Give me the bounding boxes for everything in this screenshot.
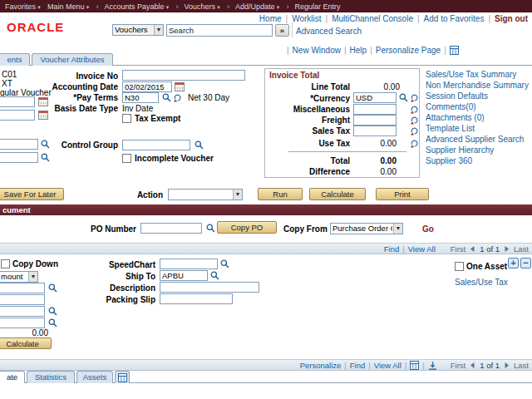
lookup-icon[interactable]: [210, 271, 220, 281]
copy-po-button[interactable]: Copy PO: [217, 221, 277, 234]
currency-input[interactable]: USD: [353, 92, 397, 103]
personalize-link[interactable]: Personalize: [300, 361, 342, 370]
search-go-button[interactable]: »: [275, 24, 289, 37]
find-link[interactable]: Find: [384, 244, 399, 254]
next-row-icon[interactable]: [503, 245, 510, 253]
personalize-page-link[interactable]: Personalize Page: [376, 46, 441, 55]
line-uom-input[interactable]: [0, 306, 45, 317]
sales-use-tax-summary-link[interactable]: Sales/Use Tax Summary: [426, 70, 516, 79]
go-link[interactable]: Go: [422, 224, 434, 234]
description-input[interactable]: [160, 282, 259, 293]
speedchart-input[interactable]: [160, 259, 218, 269]
first-label[interactable]: First: [451, 361, 466, 370]
line-calculate-button[interactable]: Calculate: [0, 337, 52, 349]
breadcrumb-add-update[interactable]: Add/Update▼: [235, 2, 281, 11]
lookup-icon[interactable]: [399, 93, 409, 103]
add-to-favorites-link[interactable]: Add to Favorites: [424, 14, 485, 23]
tax-exempt-checkbox[interactable]: [122, 114, 131, 123]
one-asset-checkbox[interactable]: [455, 262, 464, 271]
miscellaneous-input[interactable]: [353, 104, 397, 115]
last-label[interactable]: Last: [514, 361, 529, 370]
line-unit-price-input[interactable]: [0, 318, 45, 328]
zoom-grid-icon[interactable]: [410, 361, 419, 370]
lookup-icon[interactable]: [48, 307, 58, 317]
new-window-icon[interactable]: [450, 46, 459, 55]
previous-row-icon[interactable]: [469, 245, 476, 253]
ship-to-input[interactable]: APBU: [160, 270, 208, 281]
sign-out-link[interactable]: Sign out: [495, 14, 528, 23]
tab-show-all-columns[interactable]: [115, 371, 130, 383]
multichannel-console-link[interactable]: MultiChannel Console: [332, 14, 413, 23]
global-search-input[interactable]: Search: [166, 24, 273, 37]
lookup-icon[interactable]: [162, 93, 172, 103]
breadcrumb-favorites[interactable]: Favorites▼: [5, 2, 42, 11]
lookup-icon[interactable]: [41, 153, 51, 163]
po-number-input[interactable]: [140, 223, 202, 234]
supplier-360-link[interactable]: Supplier 360: [426, 156, 472, 165]
invoice-no-input[interactable]: [122, 70, 245, 81]
breadcrumb-vouchers[interactable]: Vouchers▼: [184, 2, 220, 11]
tab-payments-partial[interactable]: ents: [0, 53, 30, 66]
find-link[interactable]: Find: [350, 361, 365, 370]
lookup-icon[interactable]: [48, 283, 58, 293]
save-for-later-button[interactable]: Save For Later: [0, 188, 64, 200]
invoice-date-input[interactable]: [0, 96, 35, 107]
currency-detail-icon[interactable]: [410, 139, 420, 149]
new-window-link[interactable]: New Window: [293, 46, 341, 55]
download-grid-icon[interactable]: [428, 361, 437, 370]
advanced-search-link[interactable]: Advanced Search: [296, 27, 362, 36]
session-defaults-link[interactable]: Session Defaults: [426, 91, 488, 101]
currency-detail-icon[interactable]: [410, 105, 420, 115]
calculate-button[interactable]: Calculate: [309, 188, 366, 200]
currency-detail-icon[interactable]: [410, 93, 420, 103]
line-item-input[interactable]: [0, 283, 45, 293]
pay-terms-input[interactable]: N30: [122, 92, 159, 103]
accounting-date-input[interactable]: 02/02/2015: [122, 81, 172, 92]
add-row-button[interactable]: +: [508, 258, 519, 268]
lookup-icon[interactable]: [48, 318, 58, 328]
amount-type-select[interactable]: mount▼: [0, 271, 38, 283]
sales-tax-input[interactable]: [353, 126, 397, 136]
search-scope-select[interactable]: Vouchers▼: [112, 24, 164, 36]
control-group-input[interactable]: [122, 140, 190, 150]
delete-row-button[interactable]: −: [520, 258, 531, 268]
lookup-icon[interactable]: [206, 224, 216, 234]
run-button[interactable]: Run: [258, 188, 303, 200]
tab-voucher-attributes[interactable]: Voucher Attributes: [32, 53, 113, 66]
freight-input[interactable]: [353, 115, 397, 126]
copy-down-checkbox[interactable]: [1, 259, 10, 268]
copy-from-select[interactable]: Purchase Order Or▼: [330, 223, 403, 234]
previous-row-icon[interactable]: [469, 362, 476, 369]
calendar-icon[interactable]: [175, 81, 185, 91]
view-all-link[interactable]: View All: [374, 361, 401, 370]
incomplete-voucher-checkbox[interactable]: [122, 154, 131, 163]
line-quantity-input[interactable]: [0, 294, 45, 305]
first-label[interactable]: First: [451, 244, 466, 254]
supplier-hierarchy-link[interactable]: Supplier Hierarchy: [426, 145, 494, 155]
currency-detail-icon[interactable]: [410, 126, 420, 136]
currency-detail-icon[interactable]: [410, 116, 420, 126]
help-link[interactable]: Help: [350, 46, 367, 55]
breadcrumb-main-menu[interactable]: Main Menu▼: [47, 2, 90, 11]
tab-rate-partial[interactable]: ate: [0, 371, 25, 383]
advanced-supplier-search-link[interactable]: Advanced Supplier Search: [426, 135, 524, 144]
action-select[interactable]: ▼: [168, 189, 243, 200]
packing-slip-input[interactable]: [160, 293, 233, 304]
invoice-received-input[interactable]: [0, 110, 35, 121]
view-all-link[interactable]: View All: [408, 244, 436, 254]
supplier-location-input[interactable]: [0, 152, 38, 163]
print-button[interactable]: Print: [376, 188, 429, 200]
non-merchandise-summary-link[interactable]: Non Merchandise Summary: [426, 81, 529, 90]
tab-statistics[interactable]: Statistics: [27, 371, 75, 383]
sales-use-tax-link[interactable]: Sales/Use Tax: [455, 278, 508, 287]
pay-terms-detail-icon[interactable]: [173, 93, 183, 103]
lookup-icon[interactable]: [195, 140, 204, 150]
last-label[interactable]: Last: [514, 244, 529, 254]
breadcrumb-accounts-payable[interactable]: Accounts Payable▼: [104, 2, 170, 11]
lookup-icon[interactable]: [220, 259, 230, 269]
attachments-link[interactable]: Attachments (0): [426, 113, 485, 122]
next-row-icon[interactable]: [503, 362, 510, 369]
tab-assets[interactable]: Assets: [76, 371, 113, 383]
worklist-link[interactable]: Worklist: [292, 14, 321, 23]
comments-link[interactable]: Comments(0): [426, 102, 476, 111]
